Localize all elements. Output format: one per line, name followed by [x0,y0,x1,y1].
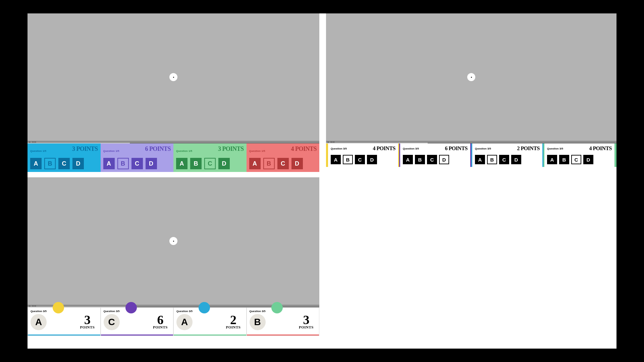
video-toolbar[interactable]: 00:00 [326,141,616,143]
answer-button-d[interactable]: D [367,155,377,164]
video-area[interactable] [326,13,616,141]
player-dot-icon [199,302,210,313]
answer-button-b[interactable]: B [415,155,425,164]
question-label: Question 3/5 [547,147,563,150]
video-area[interactable] [28,13,319,141]
question-label: Question 1/5 [176,149,192,153]
question-label: Question 3/5 [475,147,491,150]
play-icon[interactable] [467,73,475,81]
points-label: 3 POINTS [218,145,244,153]
answer-button-c[interactable]: C [204,158,216,169]
player-panel: Question 3/54 POINTSABCD [326,143,398,167]
player-dot-icon [125,302,137,313]
mockup-variant-b: 00:00 Question 3/54 POINTSABCDQuestion 3… [326,13,616,167]
answer-button-a[interactable]: A [30,158,42,169]
player-panel: Question 3/5B3POINTS [247,307,320,336]
mockup-variant-a: 00:00 Question 1/53 POINTSABCDQuestion 1… [28,13,319,172]
player-dot-icon [53,302,64,313]
answer-button-c[interactable]: C [131,158,143,169]
player-panels: Question 3/54 POINTSABCDQuestion 3/56 PO… [326,143,616,167]
underline-stripe [28,335,100,336]
question-label: Question 1/5 [103,149,119,153]
points-label: 2 POINTS [517,145,540,152]
answer-button-c[interactable]: C [277,158,289,169]
answer-button-c[interactable]: C [499,155,509,164]
points-label: 3 POINTS [72,145,98,153]
player-panel: Question 1/53 POINTSABCD [28,143,101,172]
answer-button-c[interactable]: C [58,158,70,169]
points-label: POINTS [299,325,314,329]
answer-button-b[interactable]: B [559,155,569,164]
points-value: 6 [157,315,164,325]
question-label: Question 1/5 [249,149,265,153]
points-label: 4 POINTS [589,145,612,152]
answer-button-b[interactable]: B [44,158,56,169]
answer-button-d[interactable]: D [291,158,303,169]
underline-stripe [174,335,246,336]
points-label: 6 POINTS [145,145,171,153]
points-value: 3 [84,315,91,325]
selected-answer-chip[interactable]: A [176,314,193,330]
question-label: Question 3/5 [331,147,347,150]
question-label: Question 3/5 [403,147,419,150]
points-label: 6 POINTS [445,145,468,152]
answer-button-d[interactable]: D [72,158,84,169]
answer-button-a[interactable]: A [103,158,115,169]
answer-button-a[interactable]: A [176,158,187,169]
answer-button-a[interactable]: A [475,155,485,164]
mockup-variant-c: 00:00 Question 3/5A3POINTSQuestion 3/5C6… [28,177,319,336]
answer-button-b[interactable]: B [487,155,497,164]
selected-answer-chip[interactable]: B [250,314,266,330]
answer-button-b[interactable]: B [343,155,353,164]
progress-bar[interactable] [28,143,319,143]
player-panel: Question 3/56 POINTSABCD [398,143,470,167]
edge-stripe [614,143,616,167]
answer-button-c[interactable]: C [571,155,581,164]
selected-answer-chip[interactable]: C [104,314,120,330]
answer-button-d[interactable]: D [146,158,157,169]
answer-button-a[interactable]: A [331,155,341,164]
player-panel: Question 1/53 POINTSABCD [173,143,247,172]
player-panel: Question 3/52 POINTSABCD [470,143,542,167]
points-label: 4 POINTS [373,145,395,152]
points-label: POINTS [80,325,95,329]
answer-button-b[interactable]: B [263,158,275,169]
play-icon[interactable] [169,73,177,81]
player-panel: Question 3/54 POINTSABCD [542,143,614,167]
player-panel: Question 1/56 POINTSABCD [101,143,174,172]
video-toolbar[interactable]: 00:00 [28,141,319,143]
points-label: POINTS [153,325,168,329]
play-icon[interactable] [169,237,177,245]
points-value: 3 [303,315,310,325]
answer-button-d[interactable]: D [583,155,593,164]
answer-button-b[interactable]: B [117,158,129,169]
underline-stripe [101,335,173,336]
points-label: 4 POINTS [291,145,317,153]
player-panel: Question 3/5C6POINTS [101,307,174,336]
points-label: POINTS [226,325,241,329]
answer-button-a[interactable]: A [547,155,557,164]
answer-button-a[interactable]: A [403,155,413,164]
player-panel: Question 3/5A3POINTS [28,307,101,336]
player-panels: Question 1/53 POINTSABCDQuestion 1/56 PO… [28,143,319,172]
player-panel: Question 3/5A2POINTS [173,307,247,336]
video-area[interactable] [28,177,319,305]
player-dot-icon [271,302,283,313]
answer-button-d[interactable]: D [511,155,521,164]
player-panels: Question 3/5A3POINTSQuestion 3/5C6POINTS… [28,307,319,336]
answer-button-b[interactable]: B [190,158,202,169]
answer-button-a[interactable]: A [249,158,261,169]
selected-answer-chip[interactable]: A [31,314,47,330]
underline-stripe [247,335,319,336]
answer-button-c[interactable]: C [427,155,437,164]
answer-button-c[interactable]: C [355,155,365,164]
player-panel: Question 1/54 POINTSABCD [247,143,320,172]
answer-button-d[interactable]: D [218,158,230,169]
question-label: Question 1/5 [30,149,46,153]
design-canvas: 00:00 Question 1/53 POINTSABCDQuestion 1… [28,13,616,349]
points-value: 2 [230,315,236,325]
answer-button-d[interactable]: D [439,155,449,164]
